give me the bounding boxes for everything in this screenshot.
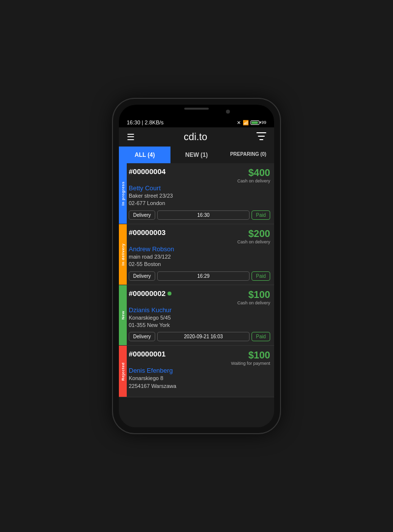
hamburger-icon[interactable]: ☰ [127,132,135,143]
order-delivery-tag[interactable]: Delivery [129,271,155,281]
orders-list: In progress#00000004$400Cash on delivery… [119,163,274,427]
order-content: #00000002$100Cash on deliveryDzianis Kuc… [127,285,274,346]
battery-icon [251,120,259,125]
order-card[interactable]: In delivery#00000003$200Cash on delivery… [119,224,274,285]
order-amount: $400 [237,167,270,178]
order-time-tag: 2020-09-21 16:03 [157,332,250,341]
order-number: #00000004 [129,167,166,176]
order-number: #00000001 [129,350,166,358]
order-status-tag[interactable]: Paid [252,332,270,341]
order-header-row: #00000002$100Cash on delivery [129,289,270,305]
order-customer-name: Denis Efenberg [129,367,270,374]
order-payment-type: Waiting for payment [231,361,270,366]
order-address: Baker street 23/2302-677 London [129,192,270,207]
order-delivery-tag[interactable]: Delivery [129,332,155,341]
svg-rect-0 [256,132,266,133]
order-card[interactable]: New#00000002$100Cash on deliveryDzianis … [119,285,274,346]
app-header: ☰ cdi.to [119,127,274,147]
order-address: Konarskiego 5/4501-355 New York [129,314,270,329]
order-time-tag: 16:29 [157,271,250,281]
camera [226,110,230,114]
tab-preparing[interactable]: PREPARING (0) [223,147,274,163]
speaker [184,108,209,110]
order-content: #00000004$400Cash on deliveryBetty Court… [127,163,274,224]
order-customer-name: Dzianis Kuchur [129,306,270,314]
order-delivery-tag[interactable]: Delivery [129,210,155,220]
battery-fill [252,121,258,124]
app-title: cdi.to [184,131,207,143]
order-status-tag[interactable]: Paid [252,271,270,281]
order-status-label: In progress [121,181,125,206]
order-status-bar: Rejected [119,346,127,397]
order-address: main road 23/12202-55 Boston [129,253,270,268]
status-time: 16:30 | 2.8KB/s [127,119,164,125]
order-new-dot [168,292,171,296]
order-status-label: In delivery [121,243,125,266]
battery-level: 99 [261,120,266,125]
order-status-tag[interactable]: Paid [252,210,270,220]
order-amount: $100 [237,289,270,300]
order-status-label: New [121,311,125,320]
tab-new[interactable]: NEW (1) [170,147,222,163]
notch-area [119,105,274,118]
order-footer: Delivery16:30Paid [129,210,270,220]
phone-frame: 16:30 | 2.8KB/s ✕ 📶 99 ☰ cdi.to [113,99,280,433]
filter-icon[interactable] [256,132,266,142]
signal-icon: ✕ [237,120,241,125]
order-number: #00000002 [129,289,166,297]
order-footer: Delivery16:29Paid [129,271,270,281]
order-header-row: #00000003$200Cash on delivery [129,228,270,244]
tabs-container: ALL (4) NEW (1) PREPARING (0) [119,147,274,163]
order-address: Konarskiego 82254167 Warszawa [129,375,270,390]
order-status-bar: New [119,285,127,346]
order-header-row: #00000004$400Cash on delivery [129,167,270,183]
order-footer: Delivery2020-09-21 16:03Paid [129,332,270,341]
svg-rect-1 [258,136,265,137]
order-payment-type: Cash on delivery [237,239,270,244]
order-payment-type: Cash on delivery [237,300,270,305]
order-payment-type: Cash on delivery [237,178,270,183]
svg-rect-2 [259,139,263,140]
tab-all[interactable]: ALL (4) [119,147,170,163]
order-content: #00000003$200Cash on deliveryAndrew Robs… [127,224,274,285]
order-number: #00000003 [129,228,166,236]
order-amount: $200 [237,228,270,239]
order-status-bar: In delivery [119,224,127,285]
order-time-tag: 16:30 [157,210,250,220]
order-status-bar: In progress [119,163,127,224]
order-header-row: #00000001$100Waiting for payment [129,350,270,366]
order-amount: $100 [231,350,270,361]
order-card[interactable]: In progress#00000004$400Cash on delivery… [119,163,274,224]
phone-screen: 16:30 | 2.8KB/s ✕ 📶 99 ☰ cdi.to [119,105,274,427]
order-customer-name: Andrew Robson [129,245,270,253]
status-icons: ✕ 📶 99 [237,120,266,125]
order-content: #00000001$100Waiting for paymentDenis Ef… [127,346,274,397]
order-status-label: Rejected [121,362,125,381]
order-customer-name: Betty Court [129,184,270,192]
order-card[interactable]: Rejected#00000001$100Waiting for payment… [119,346,274,397]
status-bar: 16:30 | 2.8KB/s ✕ 📶 99 [119,118,274,127]
wifi-icon: 📶 [243,120,249,125]
